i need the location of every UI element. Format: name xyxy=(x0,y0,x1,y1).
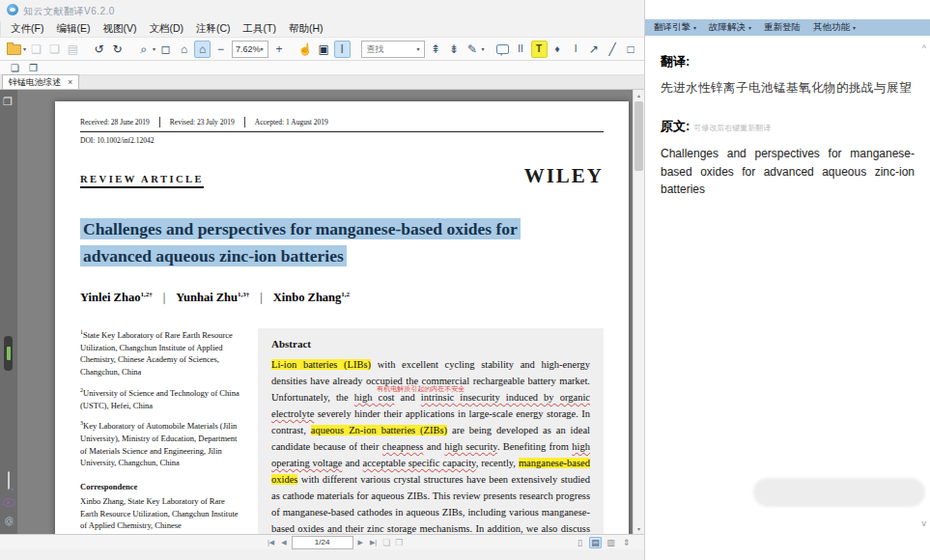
scrollbar-down-icon[interactable]: ▾ xyxy=(634,523,644,534)
received-date: Received: 28 June 2019 xyxy=(80,118,150,126)
fit-width-button[interactable]: ⌂ xyxy=(194,41,211,58)
paper-doi: DOI: 10.1002/inf2.12042 xyxy=(80,136,604,145)
menu-bar: 文件(F)编辑(E)视图(V)文档(D)注释(C)工具(T)帮助(H) xyxy=(0,21,653,37)
line-tool-button[interactable]: ╱ xyxy=(605,41,621,58)
fit-page-button[interactable]: ⌂ xyxy=(176,41,192,58)
menu-item-help[interactable]: 帮助(H) xyxy=(287,22,325,36)
save-as-button[interactable]: ❏ xyxy=(46,41,63,58)
abstract-box: Abstract Li-ion batteries (LIBs) with ex… xyxy=(258,328,604,534)
rail-bottom-icons: @ xyxy=(0,472,17,526)
document-edit-button[interactable]: ❏ xyxy=(7,62,23,74)
article-type-row: REVIEW ARTICLE WILEY xyxy=(80,164,604,188)
panel-scroll-down-icon[interactable]: v xyxy=(922,518,927,528)
select-text-button[interactable]: I xyxy=(334,41,351,58)
first-page-button[interactable]: |◀ xyxy=(266,539,276,546)
comment-tool-button[interactable] xyxy=(494,41,511,58)
paper-title[interactable]: Challenges and perspectives for manganes… xyxy=(80,215,562,269)
translation-annotation: 有机电解质引起的内在不安全 xyxy=(377,385,465,392)
page-number-input[interactable]: 1/24 xyxy=(292,536,353,549)
highlight-annotation[interactable]: Li-ion batteries (LIBs) xyxy=(271,359,371,370)
print-button[interactable]: ▤ xyxy=(65,41,81,58)
tab-close-icon[interactable]: × xyxy=(68,77,72,87)
attachment-icon[interactable]: @ xyxy=(2,514,15,528)
vertical-scroll-icon[interactable]: ⇕ xyxy=(620,537,633,548)
menu-item-tools[interactable]: 工具(T) xyxy=(241,22,278,36)
comments-panel-icon[interactable] xyxy=(8,472,10,490)
single-page-icon[interactable]: ▯ xyxy=(574,537,586,548)
layers-eye-icon[interactable] xyxy=(3,498,15,507)
scrollbar-thumb[interactable] xyxy=(634,101,643,171)
marquee-zoom-button[interactable]: ◻ xyxy=(157,41,174,58)
abstract-body: Li-ion batteries (LIBs) with excellent c… xyxy=(271,356,590,534)
zoom-out-button[interactable]: − xyxy=(212,41,229,58)
revised-date: Revised: 23 July 2019 xyxy=(170,118,235,126)
open-file-dropdown[interactable]: ▾ xyxy=(23,45,26,52)
rectangle-tool-button[interactable]: □ xyxy=(623,41,639,58)
pin-annotation-button[interactable]: ♦ xyxy=(550,41,566,58)
previous-view-icon[interactable]: ❏ xyxy=(381,538,391,547)
menu-item-annotate[interactable]: 注释(C) xyxy=(194,22,233,36)
affiliations-column: 1State Key Laboratory of Rare Earth Reso… xyxy=(80,328,242,534)
continuous-page-icon[interactable]: ▤ xyxy=(589,537,602,548)
panel-menu-label: 翻译引擎 xyxy=(654,21,690,34)
panel-menu-other-functions[interactable]: 其他功能▾ xyxy=(813,21,856,34)
pdf-canvas-area[interactable]: Received: 28 June 2019 Revised: 23 July … xyxy=(17,90,633,534)
hand-tool-button[interactable]: ☝ xyxy=(297,41,314,58)
underline-annotation[interactable]: high cost xyxy=(354,392,395,403)
thumbnails-panel-icon[interactable]: ❐ xyxy=(3,96,13,108)
highlighter-tool-button[interactable]: ✎ xyxy=(465,41,481,58)
panel-menu-relogin[interactable]: 重新登陆 xyxy=(764,21,801,34)
underline-annotation[interactable]: high security xyxy=(444,441,497,452)
highlight-annotation[interactable]: aqueous Zn-ion batteries (ZIBs) xyxy=(311,425,447,435)
insert-text-button[interactable]: II xyxy=(513,41,529,58)
panel-menu-label: 故障解决 xyxy=(709,21,746,34)
highlighter-dropdown[interactable]: ▾ xyxy=(482,45,485,52)
author-separator: | xyxy=(260,291,263,304)
typewriter-button[interactable]: I xyxy=(568,41,584,58)
facing-pages-icon[interactable]: ▥ xyxy=(605,537,617,548)
original-row: 原文: 可修改后右键重新翻译 xyxy=(661,118,915,135)
find-previous-button[interactable]: ⇞ xyxy=(428,41,444,58)
document-properties-button[interactable]: ❐ xyxy=(25,62,42,74)
original-text[interactable]: Challenges and perspectives for manganes… xyxy=(661,145,915,199)
menu-item-edit[interactable]: 编辑(E) xyxy=(54,22,92,36)
publisher-logo: WILEY xyxy=(524,164,604,188)
find-caret-icon[interactable]: ▾ xyxy=(417,45,420,52)
menu-item-document[interactable]: 文档(D) xyxy=(147,22,185,36)
correspondence-text: Xinbo Zhang, State Key Laboratory of Rar… xyxy=(80,495,242,532)
zoom-tool-button[interactable]: ⌕ xyxy=(135,41,152,58)
affiliation-sup: 2 xyxy=(80,387,83,393)
underline-annotation[interactable]: cheapness xyxy=(382,441,424,452)
affiliation-sup: 3 xyxy=(80,420,83,426)
panel-scroll-up-icon[interactable]: ^ xyxy=(922,43,926,53)
zoom-level-select[interactable]: 7.62% ▾ xyxy=(232,41,268,58)
save-button[interactable]: ❑ xyxy=(28,41,44,58)
arrow-tool-button[interactable]: ↗ xyxy=(586,41,603,58)
zoom-tool-dropdown[interactable]: ▾ xyxy=(153,45,155,52)
comment-bubble-icon xyxy=(496,44,509,54)
next-page-button[interactable]: ▶ xyxy=(356,539,365,546)
pdf-scrollbar[interactable]: ▴ ▾ xyxy=(633,90,644,534)
affiliations-list: 1State Key Laboratory of Rare Earth Reso… xyxy=(80,328,242,469)
zoom-in-button[interactable]: + xyxy=(271,41,288,58)
paper-meta-row: Received: 28 June 2019 Revised: 23 July … xyxy=(80,117,604,132)
menu-item-file[interactable]: 文件(F) xyxy=(9,22,45,36)
document-tab[interactable]: 锌锰电池综述 × xyxy=(2,74,79,89)
pdf-page[interactable]: Received: 28 June 2019 Revised: 23 July … xyxy=(55,101,629,534)
open-file-button[interactable] xyxy=(6,41,22,58)
snapshot-button[interactable]: ▣ xyxy=(316,41,332,58)
next-view-icon[interactable]: ❐ xyxy=(394,538,404,547)
highlight-text-button[interactable]: T xyxy=(531,41,548,58)
menu-item-view[interactable]: 视图(V) xyxy=(100,22,138,36)
scrollbar-up-icon[interactable]: ▴ xyxy=(634,90,644,100)
rotate-left-button[interactable]: ↺ xyxy=(91,41,107,58)
underline-annotation[interactable]: acceptable specific capacity xyxy=(363,458,476,468)
panel-menu-troubleshoot[interactable]: 故障解决▾ xyxy=(709,21,751,34)
last-page-button[interactable]: ▶| xyxy=(368,539,379,546)
selected-title-text[interactable]: Challenges and perspectives for manganes… xyxy=(80,218,521,266)
rotate-right-button[interactable]: ↻ xyxy=(109,41,126,58)
find-next-button[interactable]: ⇟ xyxy=(446,41,463,58)
previous-page-button[interactable]: ◀ xyxy=(279,539,288,546)
find-input[interactable] xyxy=(365,43,417,55)
panel-menu-translation-engine[interactable]: 翻译引擎▾ xyxy=(654,21,696,34)
